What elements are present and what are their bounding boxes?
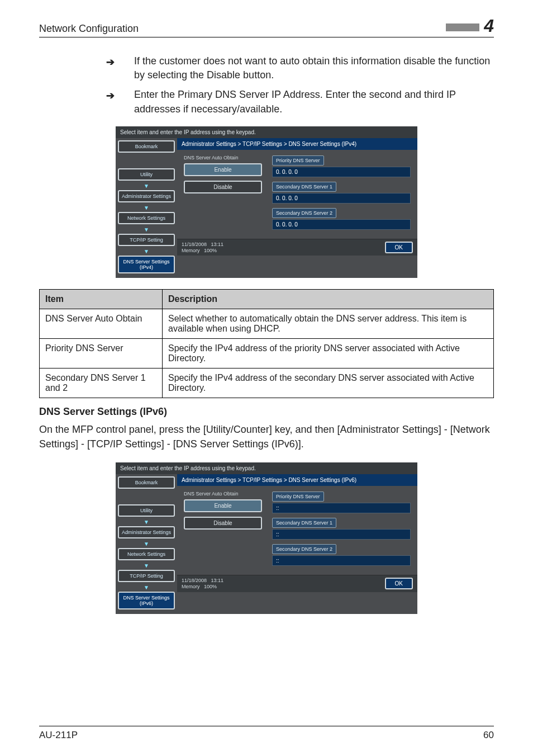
chevron-down-icon: ▼ — [118, 584, 175, 590]
utility-button[interactable]: Utility — [118, 168, 175, 181]
chevron-down-icon: ▼ — [118, 563, 175, 569]
secondary-dns2-button[interactable]: Secondary DNS Server 2 — [272, 544, 336, 554]
priority-dns-value[interactable]: :: — [272, 503, 411, 513]
bullet-text: If the customer does not want to auto ob… — [134, 54, 494, 82]
enable-button[interactable]: Enable — [184, 499, 262, 512]
panel-memory-value: 100% — [204, 584, 217, 589]
header-dash-decor — [446, 23, 479, 31]
disable-button[interactable]: Disable — [184, 181, 262, 193]
ok-button[interactable]: OK — [385, 578, 413, 589]
chevron-down-icon: ▼ — [118, 248, 175, 254]
arrow-icon: ➔ — [106, 88, 117, 116]
sub-heading: DNS Server Settings (IPv6) — [39, 406, 494, 418]
description-table: Item Description DNS Server Auto Obtain … — [39, 289, 494, 398]
breadcrumb: Administrator Settings > TCP/IP Settings… — [177, 474, 417, 486]
dns-ipv6-panel: Select item and enter the IP address usi… — [116, 462, 417, 614]
panel-sidebar: Bookmark Utility ▼ Administrator Setting… — [116, 474, 177, 614]
table-row: DNS Server Auto Obtain Select whether to… — [40, 309, 494, 338]
secondary-dns2-value[interactable]: 0. 0. 0. 0 — [272, 219, 411, 230]
secondary-dns1-value[interactable]: :: — [272, 529, 411, 540]
secondary-dns1-value[interactable]: 0. 0. 0. 0 — [272, 193, 411, 204]
ok-button[interactable]: OK — [385, 242, 413, 253]
chevron-down-icon: ▼ — [118, 226, 175, 233]
cell-desc: Select whether to automatically obtain t… — [163, 309, 494, 338]
chapter-label: 4 — [446, 17, 494, 35]
cell-item: Priority DNS Server — [40, 338, 163, 368]
footer-page-number: 60 — [483, 730, 494, 741]
sub-paragraph: On the MFP control panel, press the [Uti… — [39, 422, 494, 451]
cell-desc: Specify the IPv4 address of the priority… — [163, 338, 494, 368]
panel-date: 11/18/2008 — [182, 578, 207, 583]
section-title: Network Configuration — [39, 23, 139, 35]
panel-instruction: Select item and enter the IP address usi… — [116, 462, 417, 474]
panel-time: 13:11 — [211, 578, 224, 583]
admin-settings-button[interactable]: Administrator Settings — [118, 190, 175, 202]
secondary-dns1-button[interactable]: Secondary DNS Server 1 — [272, 182, 336, 192]
priority-dns-value[interactable]: 0. 0. 0. 0 — [272, 167, 411, 177]
priority-dns-button[interactable]: Priority DNS Server — [272, 492, 324, 502]
disable-button[interactable]: Disable — [184, 517, 262, 530]
bullet-item: ➔ If the customer does not want to auto … — [106, 54, 494, 82]
bullet-item: ➔ Enter the Primary DNS Server IP Addres… — [106, 88, 494, 116]
bullet-text: Enter the Primary DNS Server IP Address.… — [134, 88, 494, 116]
utility-button[interactable]: Utility — [118, 504, 175, 517]
secondary-dns2-value[interactable]: :: — [272, 555, 411, 566]
cell-desc: Specify the IPv4 address of the secondar… — [163, 368, 494, 398]
cell-item: Secondary DNS Server 1 and 2 — [40, 368, 163, 398]
chevron-down-icon: ▼ — [118, 541, 175, 547]
dns-ipv4-panel: Select item and enter the IP address usi… — [116, 126, 417, 278]
dns-ipv4-tab[interactable]: DNS Server Settings (IPv4) — [118, 256, 175, 273]
cell-item: DNS Server Auto Obtain — [40, 309, 163, 338]
breadcrumb: Administrator Settings > TCP/IP Settings… — [177, 138, 417, 150]
bookmark-button[interactable]: Bookmark — [118, 140, 175, 153]
bookmark-button[interactable]: Bookmark — [118, 476, 175, 489]
table-row: Priority DNS Server Specify the IPv4 add… — [40, 338, 494, 368]
panel-sidebar: Bookmark Utility ▼ Administrator Setting… — [116, 138, 177, 278]
chevron-down-icon: ▼ — [118, 519, 175, 525]
arrow-icon: ➔ — [106, 54, 117, 82]
tcpip-setting-button[interactable]: TCP/IP Setting — [118, 570, 175, 582]
auto-obtain-label: DNS Server Auto Obtain — [184, 155, 262, 161]
admin-settings-button[interactable]: Administrator Settings — [118, 526, 175, 538]
priority-dns-button[interactable]: Priority DNS Server — [272, 155, 324, 166]
secondary-dns1-button[interactable]: Secondary DNS Server 1 — [272, 518, 336, 528]
panel-memory-label: Memory — [182, 584, 200, 589]
auto-obtain-label: DNS Server Auto Obtain — [184, 492, 262, 497]
page-header: Network Configuration 4 — [39, 17, 494, 37]
tcpip-setting-button[interactable]: TCP/IP Setting — [118, 234, 175, 246]
chevron-down-icon: ▼ — [118, 205, 175, 211]
network-settings-button[interactable]: Network Settings — [118, 548, 175, 560]
panel-date: 11/18/2008 — [182, 242, 207, 247]
chapter-number: 4 — [484, 17, 494, 35]
panel-status: 11/18/2008 13:11 Memory 100% — [182, 242, 223, 254]
table-row: Secondary DNS Server 1 and 2 Specify the… — [40, 368, 494, 398]
panel-instruction: Select item and enter the IP address usi… — [116, 126, 417, 138]
panel-status: 11/18/2008 13:11 Memory 100% — [182, 578, 223, 590]
panel-time: 13:11 — [211, 242, 224, 247]
footer-left: AU-211P — [39, 730, 78, 741]
dns-ipv6-tab[interactable]: DNS Server Settings (IPv6) — [118, 592, 175, 609]
panel-memory-value: 100% — [204, 248, 217, 253]
col-header-item: Item — [40, 289, 163, 309]
page-footer: AU-211P 60 — [39, 726, 494, 741]
network-settings-button[interactable]: Network Settings — [118, 212, 175, 224]
chevron-down-icon: ▼ — [118, 183, 175, 189]
col-header-description: Description — [163, 289, 494, 309]
panel-memory-label: Memory — [182, 248, 200, 253]
secondary-dns2-button[interactable]: Secondary DNS Server 2 — [272, 208, 336, 218]
enable-button[interactable]: Enable — [184, 163, 262, 176]
